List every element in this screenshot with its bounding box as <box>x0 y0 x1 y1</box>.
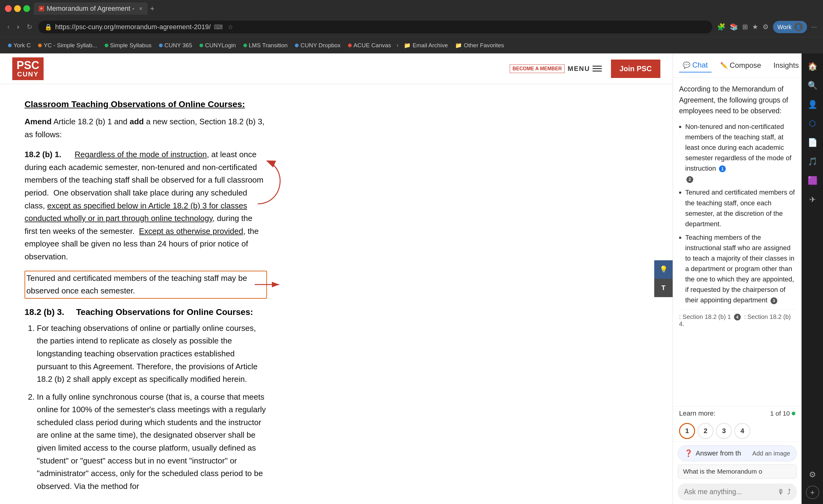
bookmark-york-c[interactable]: York C <box>5 41 34 50</box>
learn-more-buttons: 1 2 3 4 <box>673 421 802 442</box>
section-underline-text3: Except as otherwise provided <box>139 226 243 236</box>
bookmark-cuny-dropbox[interactable]: CUNY Dropbox <box>292 41 344 50</box>
browser-actions: 🧩 📚 ⊞ ★ ⚙ Work 👤 ··· <box>717 21 817 33</box>
sidebar-home-icon[interactable]: 🏠 <box>805 58 821 74</box>
tool-text[interactable]: T <box>654 279 673 297</box>
text-icon: T <box>661 284 665 292</box>
page-content: PSC CUNY BECOME A MEMBER MENU Join PSC <box>0 53 673 504</box>
become-member-link[interactable]: BECOME A MEMBER <box>510 64 564 73</box>
sidebar-add-button[interactable]: + <box>806 486 819 499</box>
learn-btn-2[interactable]: 2 <box>697 423 713 439</box>
new-tab-button[interactable]: + <box>150 4 154 13</box>
bookmark-acue-canvas[interactable]: ACUE Canvas <box>345 41 394 50</box>
bookmark-label: Email Archive <box>413 42 448 49</box>
footer-citations: : Section 18.2 (b) 1 4 : Section 18.2 (b… <box>679 313 795 328</box>
send-icon[interactable]: ⤴ <box>787 488 791 496</box>
sidebar-search-icon[interactable]: 🔍 <box>805 77 821 93</box>
bookmark-dot <box>8 43 12 47</box>
amend-intro: Amend Article 18.2 (b) 1 and add a new s… <box>24 116 267 141</box>
learn-more-bar: Learn more: 1 of 10 <box>673 406 802 421</box>
sidebar-settings-icon[interactable]: ⚙ <box>805 467 821 483</box>
back-button[interactable]: ‹ <box>6 22 11 32</box>
section-label: 18.2 (b) 1. <box>24 150 61 159</box>
bookmark-dot <box>38 43 42 47</box>
maximize-button[interactable] <box>23 5 30 12</box>
highlighted-section: Tenured and certificated members of the … <box>24 271 267 299</box>
compose-tab-label: Compose <box>730 61 761 70</box>
bookmark-dot <box>348 43 352 47</box>
bookmark-dot <box>243 43 247 47</box>
sidebar-telegram-icon[interactable]: ✈ <box>805 191 821 207</box>
tab-close-button[interactable]: ✕ <box>139 6 143 12</box>
lock-icon: 🔒 <box>44 23 52 31</box>
tool-lightbulb[interactable]: 💡 <box>654 260 673 279</box>
split-screen-icon[interactable]: ⊞ <box>742 23 748 31</box>
join-psc-button[interactable]: Join PSC <box>611 59 660 78</box>
profile-button[interactable]: Work 👤 <box>773 21 807 33</box>
bookmark-yc-simple[interactable]: YC - Simple Syllab... <box>35 41 100 50</box>
citation-1[interactable]: 1 <box>719 165 726 172</box>
url-input[interactable]: 🔒 https://psc-cuny.org/memorandum-agreem… <box>38 21 712 33</box>
more-options-icon[interactable]: ··· <box>811 23 817 31</box>
far-right-sidebar: 🏠 🔍 👤 ⬡ 📄 🎵 🟪 ✈ ⚙ + <box>802 53 823 504</box>
title-bar: P Memorandum of Agreement - ✕ + <box>0 0 823 17</box>
microphone-icon[interactable]: 🎙 <box>778 488 784 496</box>
tab-compose[interactable]: ✏️ Compose <box>716 59 765 72</box>
bookmark-cuny-365[interactable]: CUNY 365 <box>156 41 195 50</box>
bookmark-lms-transition[interactable]: LMS Transition <box>240 41 291 50</box>
sidebar-music-icon[interactable]: 🎵 <box>805 154 821 169</box>
learn-btn-3[interactable]: 3 <box>716 423 732 439</box>
collections-icon[interactable]: 📚 <box>730 23 738 31</box>
bookmark-cuny-login[interactable]: CUNYLogin <box>196 41 239 50</box>
citation-2[interactable]: 2 <box>686 176 693 183</box>
suggestion-button[interactable]: What is the Memorandum o <box>678 464 797 479</box>
traffic-lights <box>5 5 30 12</box>
sidebar-copilot-icon[interactable]: ⬡ <box>805 116 821 131</box>
tenured-certificated-text: Tenured and certificated members of the … <box>24 271 267 299</box>
ask-input[interactable] <box>684 488 775 496</box>
learn-btn-4[interactable]: 4 <box>734 423 750 439</box>
sidebar-office-icon[interactable]: 🟪 <box>805 172 821 188</box>
psc-logo[interactable]: PSC CUNY <box>12 57 43 80</box>
sidebar-profile-icon[interactable]: 👤 <box>805 97 821 112</box>
citation-4[interactable]: 4 <box>734 314 741 320</box>
section-18-2-b-1: 18.2 (b) 1. Regardless of the mode of in… <box>24 148 267 263</box>
bookmark-other-favorites[interactable]: 📁 Other Favorites <box>452 41 507 50</box>
extensions-icon[interactable]: 🧩 <box>717 23 725 31</box>
address-bar: ‹ › ↻ 🔒 https://psc-cuny.org/memorandum-… <box>0 17 823 37</box>
citation-3[interactable]: 3 <box>771 298 777 304</box>
tab-bar: P Memorandum of Agreement - ✕ + <box>34 2 818 15</box>
bookmark-icon[interactable]: ☆ <box>228 23 233 31</box>
profile-avatar: 👤 <box>794 23 803 31</box>
bookmark-label: CUNY 365 <box>164 42 192 49</box>
chat-tab-label: Chat <box>692 61 708 69</box>
forward-button[interactable]: › <box>16 22 20 32</box>
tab-chat[interactable]: 💬 Chat <box>679 58 712 72</box>
bookmark-simple-syllabus[interactable]: Simple Syllabus <box>102 41 155 50</box>
minimize-button[interactable] <box>14 5 21 12</box>
bullet-item-3: Teaching members of the instructional st… <box>685 232 795 306</box>
settings-icon[interactable]: ⚙ <box>763 23 769 31</box>
answer-from-button[interactable]: ❓ Answer from th Add an image <box>678 445 797 461</box>
panel-header: 💬 Chat ✏️ Compose Insights ↺ ⋯ ✕ <box>673 53 802 78</box>
list-item-1: For teaching observations of online or p… <box>37 322 267 386</box>
active-tab[interactable]: P Memorandum of Agreement - ✕ <box>34 2 148 15</box>
add-image-label[interactable]: Add an image <box>753 450 790 457</box>
bookmark-label: ACUE Canvas <box>353 42 391 49</box>
more-bookmarks-icon[interactable]: › <box>396 42 398 48</box>
section-underline-text: Regardless of the mode of instruction <box>74 150 207 159</box>
ai-chat-panel: 💬 Chat ✏️ Compose Insights ↺ ⋯ ✕ Accordi… <box>673 53 802 504</box>
menu-button[interactable]: MENU <box>568 65 602 73</box>
refresh-button[interactable]: ↻ <box>25 22 33 32</box>
translate-icon[interactable]: ⌨ <box>214 23 223 31</box>
close-button[interactable] <box>5 5 12 12</box>
favorites-icon[interactable]: ★ <box>752 23 758 31</box>
profile-label: Work <box>777 24 791 31</box>
ask-input-bar: 🎙 ⤴ <box>678 483 797 500</box>
sidebar-document-icon[interactable]: 📄 <box>805 135 821 150</box>
learn-btn-1[interactable]: 1 <box>679 423 695 439</box>
chat-bullet-list: Non-tenured and non-certificated members… <box>685 122 795 306</box>
bookmark-email-archive[interactable]: 📁 Email Archive <box>401 41 451 50</box>
tab-insights[interactable]: Insights <box>770 59 802 72</box>
psc-text: PSC <box>17 60 39 71</box>
